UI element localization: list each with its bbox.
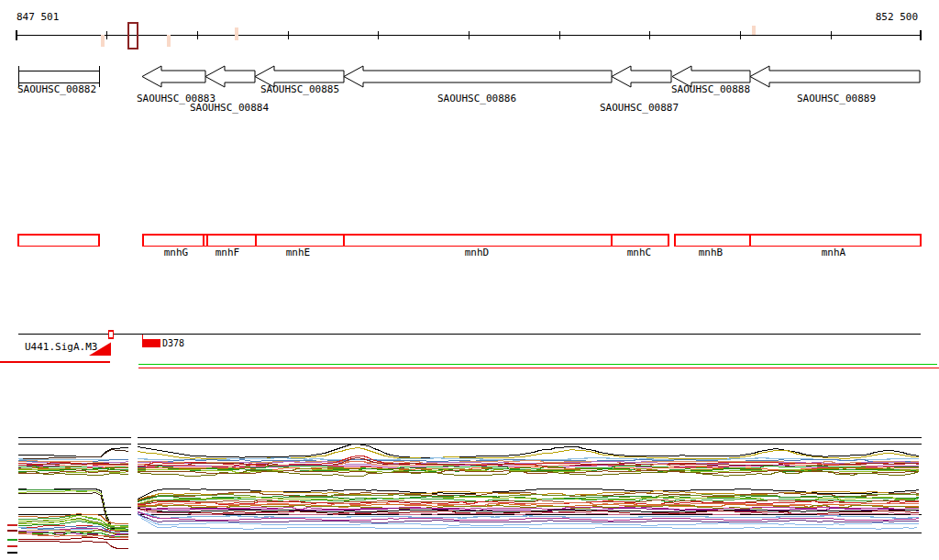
gene-label: SAOUHSC_00885 bbox=[260, 84, 339, 94]
ruler-feature-mark bbox=[235, 27, 238, 40]
ruler-end-coordinate: 852 500 bbox=[876, 12, 918, 22]
binding-site-label: D378 bbox=[162, 338, 184, 348]
operon-gene-label: mnhA bbox=[822, 247, 846, 258]
operon-gene-label: mnhG bbox=[164, 247, 189, 258]
gene-arrow[interactable] bbox=[142, 66, 205, 87]
ruler-feature-mark bbox=[101, 35, 105, 47]
operon-gene-label: mnhD bbox=[465, 247, 490, 258]
genome-browser-view: 847 501 852 500 SAOUHSC_00882SAOUHSC_008… bbox=[0, 0, 939, 560]
gene-label: SAOUHSC_00884 bbox=[190, 103, 269, 113]
operon-gene-label: mnhC bbox=[627, 247, 652, 258]
operon-box[interactable] bbox=[143, 235, 668, 247]
gene-label: SAOUHSC_00882 bbox=[17, 84, 96, 94]
expression-profile-line bbox=[18, 542, 128, 549]
gene-label: SAOUHSC_00887 bbox=[600, 103, 679, 113]
gene-arrow[interactable] bbox=[344, 66, 612, 87]
signal-track-name[interactable]: U441.SigA.M3 bbox=[25, 342, 97, 352]
ruler-feature-mark bbox=[167, 35, 171, 47]
binding-site-rect[interactable] bbox=[142, 339, 160, 347]
genome-browser-canvas bbox=[0, 0, 939, 560]
operon-gene-label: mnhE bbox=[286, 247, 311, 258]
operon-gene-label: mnhF bbox=[215, 247, 240, 258]
ruler-feature-mark bbox=[752, 26, 756, 35]
operon-box[interactable] bbox=[675, 235, 921, 247]
gene-label: SAOUHSC_00889 bbox=[797, 93, 876, 104]
operon-box[interactable] bbox=[18, 235, 99, 247]
gene-label: SAOUHSC_00886 bbox=[437, 93, 516, 104]
gene-arrow[interactable] bbox=[205, 66, 255, 87]
gene-arrow[interactable] bbox=[750, 66, 920, 87]
expression-profile-line bbox=[18, 450, 128, 459]
ruler-start-coordinate: 847 501 bbox=[17, 12, 59, 22]
gene-label: SAOUHSC_00888 bbox=[671, 84, 750, 94]
operon-gene-label: mnhB bbox=[699, 247, 724, 258]
gene-box[interactable] bbox=[18, 71, 99, 82]
gene-arrow[interactable] bbox=[612, 66, 671, 87]
signal-flag-box bbox=[109, 331, 114, 338]
